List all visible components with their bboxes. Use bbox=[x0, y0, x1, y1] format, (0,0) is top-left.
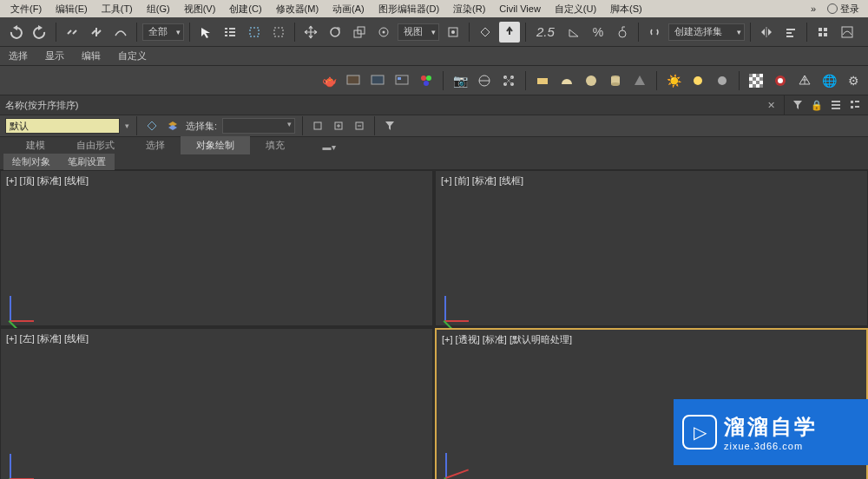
menu-create[interactable]: 创建(C) bbox=[222, 1, 268, 17]
material-editor-icon[interactable] bbox=[417, 71, 436, 90]
window-crossing-button[interactable] bbox=[268, 22, 289, 43]
sphere-icon[interactable] bbox=[582, 71, 601, 90]
mirror-button[interactable] bbox=[756, 22, 777, 43]
svg-rect-60 bbox=[855, 106, 859, 108]
menu-rendering[interactable]: 渲染(R) bbox=[446, 1, 492, 17]
watermark: ▷ 溜溜自学 zixue.3d66.com bbox=[674, 399, 868, 465]
use-pivot-button[interactable] bbox=[443, 22, 464, 43]
tab-selection[interactable]: 选择 bbox=[130, 136, 181, 154]
select-region-button[interactable] bbox=[244, 22, 265, 43]
menu-civil[interactable]: Civil View bbox=[492, 2, 547, 16]
svg-rect-44 bbox=[749, 74, 753, 77]
viewport-front-label[interactable]: [+] [前] [标准] [线框] bbox=[441, 174, 523, 187]
subtab-paint-obj[interactable]: 绘制对象 bbox=[3, 154, 59, 170]
curve-editor-button[interactable] bbox=[837, 22, 858, 43]
filter-icon[interactable] bbox=[790, 97, 806, 113]
svg-rect-57 bbox=[851, 101, 853, 103]
viewport-front[interactable]: [+] [前] [标准] [线框] bbox=[435, 170, 868, 326]
selset-new-icon[interactable] bbox=[310, 118, 326, 134]
select-by-name-button[interactable] bbox=[220, 22, 240, 43]
named-sel-set-button[interactable] bbox=[644, 22, 665, 43]
placement-button[interactable] bbox=[373, 22, 394, 43]
viewport-top[interactable]: [+] [顶] [标准] [线框] bbox=[0, 170, 433, 326]
ribbon-min-icon[interactable]: ▬▾ bbox=[321, 139, 337, 154]
list-mode-icon[interactable] bbox=[828, 97, 844, 113]
menu-file[interactable]: 文件(F) bbox=[3, 1, 49, 17]
angle-snap-button[interactable] bbox=[563, 22, 584, 43]
rotate-button[interactable] bbox=[325, 22, 345, 43]
sub-edit[interactable]: 编辑 bbox=[78, 49, 104, 62]
login-button[interactable]: 登录 bbox=[822, 1, 865, 17]
viewport-top-label[interactable]: [+] [顶] [标准] [线框] bbox=[6, 174, 89, 187]
menu-animation[interactable]: 动画(A) bbox=[326, 1, 372, 17]
settings-icon[interactable]: ⚙ bbox=[844, 71, 863, 90]
clear-filter-button[interactable]: ✕ bbox=[763, 97, 779, 113]
teapot-icon[interactable]: 🫖 bbox=[319, 71, 339, 90]
viewport-persp-label[interactable]: [+] [透视] [标准] [默认明暗处理] bbox=[442, 333, 572, 346]
filter-funnel-icon[interactable] bbox=[382, 118, 398, 134]
cone-icon[interactable] bbox=[630, 71, 649, 90]
snap-toggle-button[interactable]: 2.5 bbox=[531, 22, 560, 43]
name-input[interactable] bbox=[5, 118, 120, 134]
render-setup-icon[interactable] bbox=[344, 71, 363, 90]
light-icon[interactable] bbox=[688, 71, 707, 90]
unlink-button[interactable] bbox=[86, 22, 107, 43]
selset-remove-icon[interactable] bbox=[352, 118, 367, 134]
safe-frame-icon[interactable] bbox=[475, 71, 494, 90]
globe-icon[interactable]: 🌐 bbox=[819, 71, 838, 90]
subtab-brush[interactable]: 笔刷设置 bbox=[59, 154, 115, 170]
move-button[interactable] bbox=[300, 22, 321, 43]
isolate-icon[interactable] bbox=[144, 118, 160, 134]
camera-icon[interactable]: 📷 bbox=[450, 71, 470, 90]
cylinder-icon[interactable] bbox=[606, 71, 625, 90]
layer-icon[interactable] bbox=[165, 118, 181, 134]
redo-button[interactable] bbox=[30, 22, 50, 43]
selection-filter-dropdown[interactable]: 全部 bbox=[142, 23, 184, 41]
menu-views[interactable]: 视图(V) bbox=[177, 1, 223, 17]
undo-button[interactable] bbox=[5, 22, 26, 43]
ref-coord-dropdown[interactable]: 视图 bbox=[398, 23, 439, 41]
scale-button[interactable] bbox=[349, 22, 370, 43]
sub-display[interactable]: 显示 bbox=[42, 49, 68, 62]
tab-object-paint[interactable]: 对象绘制 bbox=[181, 136, 250, 154]
sun-icon[interactable]: ☀️ bbox=[664, 71, 683, 90]
dome-icon[interactable] bbox=[557, 71, 576, 90]
align-button[interactable] bbox=[780, 22, 801, 43]
menu-tools[interactable]: 工具(T) bbox=[95, 1, 140, 17]
viewport-config-icon[interactable] bbox=[499, 71, 518, 90]
mesh-icon[interactable] bbox=[795, 71, 814, 90]
bind-button[interactable] bbox=[110, 22, 131, 43]
plane-icon[interactable] bbox=[533, 71, 552, 90]
selset-add-icon[interactable] bbox=[331, 118, 346, 134]
menu-customize[interactable]: 自定义(U) bbox=[548, 1, 603, 17]
layer-explorer-button[interactable] bbox=[812, 22, 833, 43]
menu-graph[interactable]: 图形编辑器(D) bbox=[372, 1, 446, 17]
menu-modifiers[interactable]: 修改器(M) bbox=[269, 1, 326, 17]
link-button[interactable] bbox=[62, 22, 82, 43]
menu-edit[interactable]: 编辑(E) bbox=[49, 1, 95, 17]
sub-select[interactable]: 选择 bbox=[5, 49, 31, 62]
checker-icon[interactable] bbox=[746, 71, 766, 90]
create-sel-set-dropdown[interactable]: 创建选择集 bbox=[668, 23, 745, 41]
selset-dropdown[interactable] bbox=[222, 118, 295, 134]
lock-icon[interactable]: 🔒 bbox=[809, 97, 825, 113]
select-manipulate-button[interactable] bbox=[475, 22, 496, 43]
menu-script[interactable]: 脚本(S) bbox=[603, 1, 649, 17]
render-window-icon[interactable] bbox=[392, 71, 411, 90]
viewport-left-label[interactable]: [+] [左] [标准] [线框] bbox=[6, 332, 89, 345]
keyboard-shortcut-button[interactable] bbox=[499, 22, 520, 43]
menu-group[interactable]: 组(G) bbox=[140, 1, 177, 17]
render-frame-icon[interactable] bbox=[368, 71, 387, 90]
menu-overflow-icon[interactable]: » bbox=[808, 3, 819, 14]
viewport-left[interactable]: [+] [左] [标准] [线框] bbox=[0, 328, 433, 479]
sub-custom[interactable]: 自定义 bbox=[115, 49, 150, 62]
spot-icon[interactable] bbox=[713, 71, 732, 90]
percent-snap-button[interactable]: % bbox=[588, 22, 608, 43]
target-icon[interactable] bbox=[771, 71, 790, 90]
tab-modeling[interactable]: 建模 bbox=[10, 136, 61, 154]
tree-mode-icon[interactable] bbox=[847, 97, 863, 113]
select-object-button[interactable] bbox=[195, 22, 216, 43]
spinner-snap-button[interactable] bbox=[612, 22, 633, 43]
tab-populate[interactable]: 填充 bbox=[250, 136, 300, 154]
tab-freeform[interactable]: 自由形式 bbox=[61, 136, 130, 154]
